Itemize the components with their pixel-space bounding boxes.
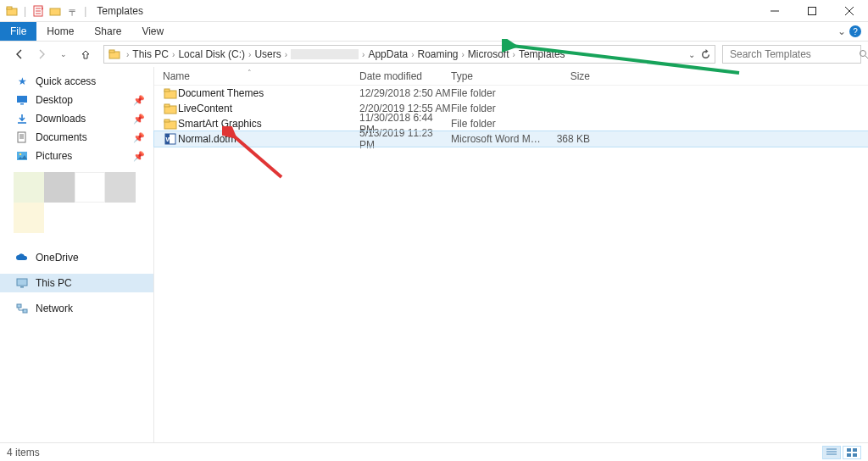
list-item[interactable]: WNormal.dotm5/13/2019 11:23 PMMicrosoft … — [154, 131, 868, 147]
separator: | — [24, 5, 26, 17]
sidebar-downloads[interactable]: Downloads 📌 — [0, 109, 153, 128]
svg-text:W: W — [166, 136, 173, 143]
file-type: File folder — [451, 87, 544, 99]
qat-dropdown-icon[interactable]: ╤ — [65, 4, 79, 18]
file-date: 12/29/2018 2:50 AM — [359, 87, 451, 99]
list-item[interactable]: SmartArt Graphics11/30/2018 6:44 PMFile … — [154, 116, 868, 131]
word-file-icon: W — [163, 132, 178, 146]
svg-rect-13 — [17, 279, 27, 286]
properties-icon[interactable] — [31, 4, 45, 18]
column-name[interactable]: Name — [163, 70, 359, 82]
crumb-templates[interactable]: Templates — [519, 48, 565, 60]
recent-thumbnails — [0, 165, 153, 203]
back-button[interactable] — [10, 45, 29, 64]
file-date: 5/13/2019 11:23 PM — [359, 127, 451, 151]
network-icon — [15, 302, 29, 315]
crumb-this-pc[interactable]: This PC› — [132, 48, 178, 60]
minimize-button[interactable] — [756, 0, 793, 22]
list-item[interactable]: LiveContent2/20/2019 12:55 AMFile folder — [154, 101, 868, 116]
sidebar-onedrive[interactable]: OneDrive — [0, 248, 153, 267]
expand-ribbon-icon[interactable]: ⌄ — [837, 25, 846, 37]
svg-rect-6 — [109, 50, 114, 53]
sidebar-item-label: Quick access — [36, 75, 96, 87]
thumbnail[interactable] — [44, 172, 75, 203]
address-bar[interactable]: › This PC› Local Disk (C:)› Users› › App… — [103, 45, 715, 64]
sidebar-pictures[interactable]: Pictures 📌 — [0, 147, 153, 165]
folder-icon — [163, 117, 178, 131]
sidebar-item-label: Downloads — [36, 113, 86, 125]
forward-button[interactable] — [32, 45, 51, 64]
tab-home[interactable]: Home — [36, 22, 84, 41]
file-type: Microsoft Word Macr... — [451, 133, 544, 145]
thumbnail[interactable] — [75, 172, 105, 203]
sidebar-desktop[interactable]: Desktop 📌 — [0, 91, 153, 109]
svg-rect-15 — [17, 304, 21, 308]
status-item-count: 4 items — [7, 447, 40, 458]
titlebar: | ╤ | Templates — [0, 0, 868, 22]
search-icon[interactable] — [859, 49, 868, 59]
folder-icon — [108, 47, 121, 61]
crumb-user-redacted[interactable]: › — [291, 49, 368, 59]
sidebar-network[interactable]: Network — [0, 299, 153, 318]
sidebar-quick-access[interactable]: ★ Quick access — [0, 72, 153, 91]
recent-locations-button[interactable]: ⌄ — [54, 45, 73, 64]
view-details-button[interactable] — [822, 446, 841, 459]
column-type[interactable]: Type — [451, 70, 544, 82]
svg-rect-14 — [20, 286, 24, 288]
list-item[interactable]: Document Themes12/29/2018 2:50 AMFile fo… — [154, 86, 868, 101]
tab-view[interactable]: View — [131, 22, 174, 41]
tab-share[interactable]: Share — [84, 22, 131, 41]
documents-icon — [15, 131, 29, 144]
ribbon: File Home Share View ⌄ ? — [0, 22, 868, 42]
svg-rect-29 — [853, 448, 857, 452]
svg-rect-18 — [164, 89, 170, 92]
thumbnail[interactable] — [14, 172, 44, 203]
file-name: Normal.dotm — [178, 133, 359, 145]
nav-row: ⌄ › This PC› Local Disk (C:)› Users› › A… — [0, 42, 868, 67]
crumb-microsoft[interactable]: Microsoft› — [468, 48, 519, 60]
up-button[interactable] — [76, 45, 95, 64]
view-large-icons-button[interactable] — [843, 446, 861, 459]
file-name: LiveContent — [178, 103, 359, 114]
svg-rect-4 — [809, 7, 816, 14]
refresh-icon[interactable] — [700, 49, 711, 60]
column-size[interactable]: Size — [544, 70, 598, 82]
pin-icon: 📌 — [133, 95, 145, 106]
tab-file[interactable]: File — [0, 22, 36, 41]
crumb-local-disk[interactable]: Local Disk (C:)› — [178, 48, 254, 60]
svg-rect-3 — [50, 8, 60, 15]
column-date[interactable]: Date modified — [359, 70, 451, 82]
address-dropdown-icon[interactable]: ⌄ — [688, 50, 695, 59]
folder-small-icon[interactable] — [48, 4, 62, 18]
sidebar-item-label: OneDrive — [36, 252, 79, 264]
crumb-roaming[interactable]: Roaming› — [417, 48, 467, 60]
svg-rect-28 — [847, 448, 851, 452]
maximize-button[interactable] — [793, 0, 831, 22]
search-input[interactable] — [728, 47, 859, 61]
search-box[interactable] — [722, 45, 861, 64]
desktop-icon — [15, 93, 29, 107]
svg-rect-9 — [20, 103, 24, 105]
folder-icon — [163, 86, 178, 100]
sidebar-item-label: Network — [36, 303, 73, 314]
pin-icon: 📌 — [133, 132, 145, 143]
folder-icon — [163, 102, 178, 115]
crumb-users[interactable]: Users› — [254, 48, 291, 60]
help-icon[interactable]: ? — [849, 25, 861, 37]
svg-rect-1 — [7, 7, 12, 9]
pin-icon: 📌 — [133, 151, 145, 162]
thumbnail[interactable] — [105, 172, 136, 203]
sidebar-documents[interactable]: Documents 📌 — [0, 128, 153, 147]
close-button[interactable] — [831, 0, 868, 22]
folder-icon — [5, 4, 19, 18]
svg-point-7 — [860, 51, 866, 57]
file-list-pane: ˄ Name Date modified Type Size Document … — [154, 67, 868, 442]
column-headers[interactable]: ˄ Name Date modified Type Size — [154, 67, 868, 86]
pin-icon: 📌 — [133, 114, 145, 125]
status-bar: 4 items — [0, 442, 868, 461]
window-title: Templates — [97, 5, 143, 17]
crumb-appdata[interactable]: AppData› — [368, 48, 417, 60]
thumbnail[interactable] — [14, 203, 44, 233]
star-icon: ★ — [15, 75, 29, 88]
sidebar-this-pc[interactable]: This PC — [0, 274, 153, 292]
